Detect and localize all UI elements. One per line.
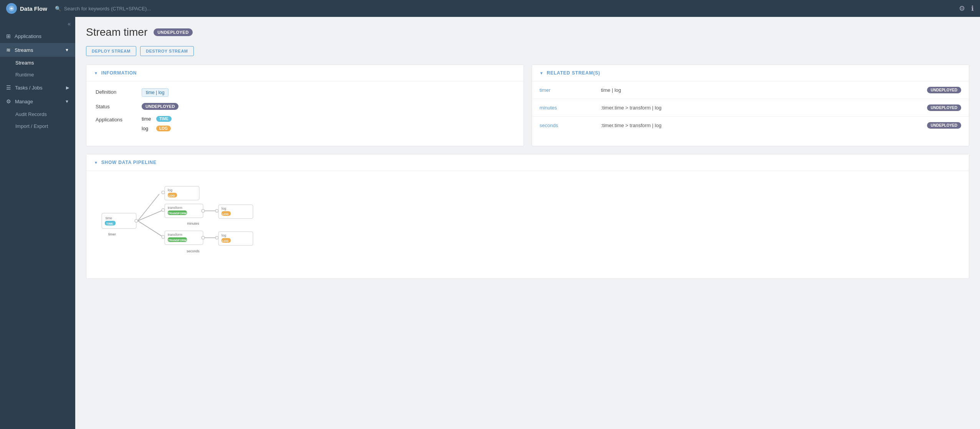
svg-text:LOG: LOG [169,194,175,197]
information-section-label: INFORMATION [101,70,137,76]
pipeline-chevron-icon: ▼ [94,161,98,165]
sidebar-streams-sub-label: Streams [15,60,34,66]
app-logo[interactable]: Data Flow [6,3,47,14]
search-input[interactable] [64,6,179,12]
sidebar-collapse-area: « [0,17,75,29]
related-stream-name-timer[interactable]: timer [540,87,597,93]
svg-text:transform: transform [168,233,182,237]
sidebar-item-streams[interactable]: ≋ Streams ▼ [0,43,75,57]
related-streams-table: timer time | log UNDEPLOYED minutes :tim… [532,81,969,134]
related-stream-status-seconds: UNDEPLOYED [927,122,961,129]
sidebar-item-tasks-label: Tasks / Jobs [15,85,43,91]
related-chevron-icon: ▼ [540,71,544,75]
action-buttons: DEPLOY STREAM DESTROY STREAM [86,46,969,56]
table-row: seconds :timer.time > transform | log UN… [532,117,969,134]
svg-point-29 [215,236,218,239]
definition-row: Definition time | log [96,88,514,97]
definition-label: Definition [96,88,142,95]
related-stream-name-minutes[interactable]: minutes [540,105,597,111]
sidebar-item-applications[interactable]: ⊞ Applications [0,29,75,43]
sidebar-item-import-export[interactable]: Import / Export [0,120,75,132]
applications-value: time TIME log LOG [142,116,172,133]
svg-text:transform: transform [168,206,182,210]
related-stream-status-timer: UNDEPLOYED [927,87,961,93]
svg-text:TRANSFORM: TRANSFORM [168,239,187,242]
info-related-section: ▼ INFORMATION Definition time | log Stat… [86,65,969,146]
svg-text:LOG: LOG [222,239,228,243]
sidebar-item-tasks-jobs[interactable]: ☰ Tasks / Jobs ▶ [0,81,75,94]
streams-chevron-icon: ▼ [65,48,69,52]
main-content: Stream timer UNDEPLOYED DEPLOY STREAM DE… [75,17,980,429]
sidebar-runtime-label: Runtime [15,72,34,78]
sidebar-item-runtime[interactable]: Runtime [0,69,75,81]
svg-text:LOG: LOG [222,212,228,216]
sidebar-item-audit-records[interactable]: Audit Records [0,108,75,120]
svg-text:timer: timer [108,232,116,236]
related-stream-def-minutes: :timer.time > transform | log [601,105,923,111]
information-section-header[interactable]: ▼ INFORMATION [86,65,524,81]
related-stream-def-seconds: :timer.time > transform | log [601,123,923,128]
definition-value: time | log [142,88,169,97]
status-label: Status [96,103,142,109]
streams-icon: ≋ [6,47,11,53]
svg-text:log: log [221,234,226,237]
settings-icon[interactable]: ⚙ [959,4,965,13]
app-time-row: time TIME [142,116,172,122]
tasks-chevron-icon: ▶ [66,85,69,90]
svg-line-36 [138,194,159,221]
info-status-badge: UNDEPLOYED [142,103,178,110]
status-value: UNDEPLOYED [142,103,178,110]
applications-row: Applications time TIME log LOG [96,116,514,133]
app-title: Data Flow [20,5,47,12]
pipeline-diagram: time TIME timer transform TRANSFO [94,179,961,265]
svg-text:log: log [168,188,172,192]
sidebar-item-streams-sub[interactable]: Streams [0,57,75,69]
app-time-name: time [142,116,153,122]
information-table: Definition time | log Status UNDEPLOYED … [86,81,524,146]
sidebar: « ⊞ Applications ≋ Streams ▼ Streams Run… [0,17,75,429]
applications-label: Applications [96,116,142,123]
svg-text:time: time [106,216,112,220]
related-streams-section-label: RELATED STREAM(S) [547,70,600,76]
related-stream-def-timer: time | log [601,87,923,93]
related-stream-status-minutes: UNDEPLOYED [927,104,961,111]
related-stream-name-seconds[interactable]: seconds [540,123,597,128]
search-bar[interactable]: 🔍 [55,6,959,12]
logo-icon [6,3,17,14]
svg-point-16 [215,209,218,212]
related-streams-card: ▼ RELATED STREAM(S) timer time | log UND… [532,65,970,146]
svg-line-7 [138,210,163,221]
table-row: minutes :timer.time > transform | log UN… [532,99,969,117]
table-row: timer time | log UNDEPLOYED [532,81,969,99]
manage-icon: ⚙ [6,98,11,104]
sidebar-collapse-button[interactable]: « [68,21,71,27]
svg-point-9 [162,209,165,212]
sidebar-item-manage-label: Manage [15,99,33,104]
svg-text:seconds: seconds [187,249,200,253]
sidebar-item-manage[interactable]: ⚙ Manage ▼ [0,94,75,108]
app-time-chip: TIME [156,116,172,122]
topnav: Data Flow 🔍 ⚙ ℹ [0,0,980,17]
manage-chevron-icon: ▼ [65,99,69,104]
svg-text:log: log [221,207,226,210]
sidebar-item-streams-label: Streams [15,47,33,53]
svg-point-14 [202,209,205,212]
information-card: ▼ INFORMATION Definition time | log Stat… [86,65,524,146]
svg-line-8 [138,221,163,237]
sidebar-audit-label: Audit Records [15,111,47,117]
svg-point-35 [162,191,165,194]
pipeline-body: time TIME timer transform TRANSFO [86,171,969,278]
sidebar-item-applications-label: Applications [15,33,41,39]
svg-text:TRANSFORM: TRANSFORM [168,212,187,215]
information-chevron-icon: ▼ [94,71,98,75]
page-header: Stream timer UNDEPLOYED [86,26,969,38]
pipeline-section-header[interactable]: ▼ SHOW DATA PIPELINE [86,154,969,171]
applications-icon: ⊞ [6,33,11,39]
topnav-actions: ⚙ ℹ [959,4,974,13]
deploy-stream-button[interactable]: DEPLOY STREAM [86,46,136,56]
pipeline-section-label: SHOW DATA PIPELINE [101,160,157,165]
destroy-stream-button[interactable]: DESTROY STREAM [140,46,193,56]
page-title: Stream timer [86,26,147,38]
info-icon[interactable]: ℹ [971,4,974,13]
related-streams-section-header[interactable]: ▼ RELATED STREAM(S) [532,65,969,81]
